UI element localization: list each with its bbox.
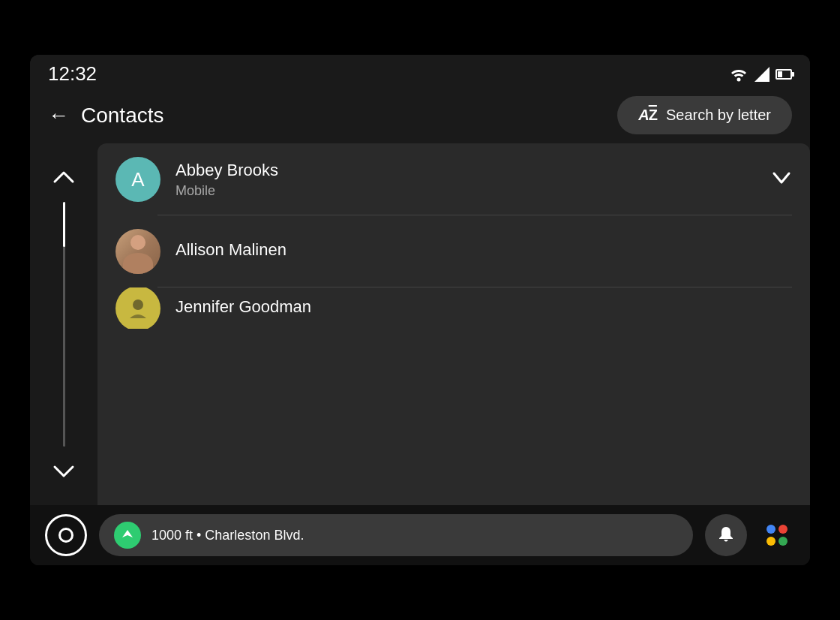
search-by-letter-button[interactable]: AZ Search by letter [617, 96, 792, 134]
notification-button[interactable] [705, 514, 747, 556]
az-icon: AZ [638, 107, 657, 124]
contact-name: Jennifer Goodman [176, 297, 792, 317]
battery-icon [776, 69, 792, 80]
contact-item[interactable]: A Abbey Brooks Mobile [98, 143, 810, 215]
avatar: A [116, 157, 160, 202]
page-title: Contacts [81, 104, 164, 128]
contact-info: Abbey Brooks Mobile [176, 161, 756, 199]
contact-list: A Abbey Brooks Mobile Allison Malinen [98, 143, 810, 505]
scroll-track [63, 202, 65, 447]
scroll-controls [30, 143, 98, 505]
status-time: 12:32 [48, 62, 97, 86]
dot-yellow [766, 537, 776, 546]
google-assistant-button[interactable] [759, 517, 795, 553]
contact-info: Allison Malinen [176, 240, 792, 263]
contact-type: Mobile [176, 183, 756, 199]
svg-marker-1 [754, 67, 770, 82]
wifi-icon [729, 67, 748, 82]
bottom-bar: 1000 ft • Charleston Blvd. [30, 505, 810, 565]
svg-point-2 [133, 299, 143, 310]
contact-item[interactable]: Jennifer Goodman [98, 287, 810, 329]
home-button-inner [58, 528, 74, 543]
header: ← Contacts AZ Search by letter [30, 90, 810, 143]
bell-icon [716, 525, 736, 545]
scroll-thumb [63, 202, 65, 247]
nav-arrow-icon [114, 522, 141, 549]
google-dots-grid [766, 525, 788, 546]
nav-text: 1000 ft • Charleston Blvd. [152, 528, 304, 543]
dot-red [778, 525, 788, 534]
scroll-down-button[interactable] [45, 453, 82, 490]
avatar [116, 229, 160, 274]
status-bar: 12:32 [30, 55, 810, 90]
status-icons [729, 67, 792, 82]
main-content: A Abbey Brooks Mobile Allison Malinen [30, 143, 810, 505]
dot-blue [766, 525, 776, 534]
signal-icon [754, 67, 770, 82]
dot-green [778, 537, 788, 546]
search-by-letter-label: Search by letter [666, 107, 771, 124]
contact-name: Abbey Brooks [176, 161, 756, 180]
contact-info: Jennifer Goodman [176, 297, 792, 320]
back-button[interactable]: ← [48, 104, 69, 128]
expand-icon[interactable] [771, 169, 792, 190]
home-button[interactable] [45, 514, 87, 556]
header-left: ← Contacts [48, 104, 164, 128]
svg-point-0 [737, 77, 741, 81]
android-auto-screen: 12:32 ← Contacts AZ Search by let [30, 55, 810, 565]
contact-name: Allison Malinen [176, 240, 792, 260]
scroll-up-button[interactable] [45, 158, 82, 196]
avatar [116, 287, 160, 329]
contact-item[interactable]: Allison Malinen [98, 215, 810, 287]
navigation-pill[interactable]: 1000 ft • Charleston Blvd. [99, 514, 693, 556]
